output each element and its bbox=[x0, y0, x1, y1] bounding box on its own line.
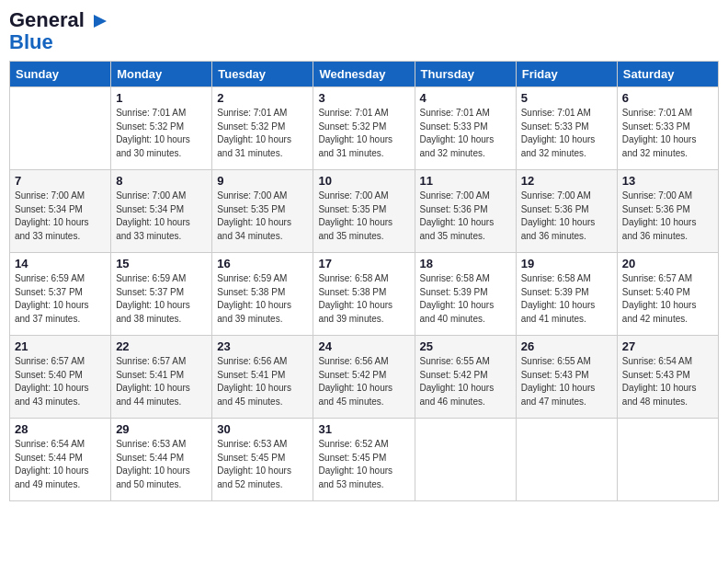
header-thursday: Thursday bbox=[415, 62, 516, 87]
day-number: 13 bbox=[622, 174, 713, 188]
calendar-cell: 11Sunrise: 7:00 AM Sunset: 5:36 PM Dayli… bbox=[415, 170, 516, 253]
day-number: 30 bbox=[217, 422, 308, 436]
day-number: 28 bbox=[15, 422, 106, 436]
day-number: 24 bbox=[318, 339, 409, 353]
logo-arrow-icon bbox=[92, 13, 108, 29]
calendar-cell: 19Sunrise: 6:58 AM Sunset: 5:39 PM Dayli… bbox=[516, 253, 617, 336]
day-info: Sunrise: 6:57 AM Sunset: 5:40 PM Dayligh… bbox=[15, 355, 106, 408]
calendar-cell: 4Sunrise: 7:01 AM Sunset: 5:33 PM Daylig… bbox=[415, 87, 516, 170]
calendar-cell: 21Sunrise: 6:57 AM Sunset: 5:40 PM Dayli… bbox=[10, 336, 111, 419]
day-info: Sunrise: 7:00 AM Sunset: 5:35 PM Dayligh… bbox=[318, 190, 409, 243]
calendar-cell: 7Sunrise: 7:00 AM Sunset: 5:34 PM Daylig… bbox=[10, 170, 111, 253]
calendar-cell: 1Sunrise: 7:01 AM Sunset: 5:32 PM Daylig… bbox=[111, 87, 212, 170]
day-info: Sunrise: 7:00 AM Sunset: 5:34 PM Dayligh… bbox=[116, 190, 207, 243]
logo: General Blue bbox=[9, 9, 108, 53]
day-number: 9 bbox=[217, 174, 308, 188]
calendar-cell: 15Sunrise: 6:59 AM Sunset: 5:37 PM Dayli… bbox=[111, 253, 212, 336]
day-info: Sunrise: 6:58 AM Sunset: 5:39 PM Dayligh… bbox=[521, 272, 612, 326]
day-number: 26 bbox=[521, 339, 612, 353]
day-number: 25 bbox=[420, 339, 511, 353]
day-number: 27 bbox=[622, 339, 713, 353]
calendar-cell bbox=[10, 87, 111, 170]
page-header: General Blue bbox=[9, 9, 719, 53]
day-info: Sunrise: 6:58 AM Sunset: 5:39 PM Dayligh… bbox=[420, 272, 511, 326]
calendar-cell: 16Sunrise: 6:59 AM Sunset: 5:38 PM Dayli… bbox=[212, 253, 313, 336]
calendar-table: SundayMondayTuesdayWednesdayThursdayFrid… bbox=[9, 61, 719, 501]
calendar-cell: 5Sunrise: 7:01 AM Sunset: 5:33 PM Daylig… bbox=[516, 87, 617, 170]
calendar-cell: 31Sunrise: 6:52 AM Sunset: 5:45 PM Dayli… bbox=[313, 419, 415, 501]
calendar-cell: 24Sunrise: 6:56 AM Sunset: 5:42 PM Dayli… bbox=[313, 336, 415, 419]
day-info: Sunrise: 6:57 AM Sunset: 5:41 PM Dayligh… bbox=[116, 355, 207, 408]
day-number: 29 bbox=[116, 422, 207, 436]
header-sunday: Sunday bbox=[10, 62, 111, 87]
calendar-header-row: SundayMondayTuesdayWednesdayThursdayFrid… bbox=[10, 62, 719, 87]
calendar-cell: 30Sunrise: 6:53 AM Sunset: 5:45 PM Dayli… bbox=[212, 419, 313, 501]
calendar-cell: 23Sunrise: 6:56 AM Sunset: 5:41 PM Dayli… bbox=[212, 336, 313, 419]
day-info: Sunrise: 6:53 AM Sunset: 5:45 PM Dayligh… bbox=[217, 438, 308, 491]
day-info: Sunrise: 6:52 AM Sunset: 5:45 PM Dayligh… bbox=[318, 438, 409, 491]
calendar-cell: 3Sunrise: 7:01 AM Sunset: 5:32 PM Daylig… bbox=[313, 87, 415, 170]
day-info: Sunrise: 7:00 AM Sunset: 5:36 PM Dayligh… bbox=[622, 190, 713, 243]
day-number: 22 bbox=[116, 339, 207, 353]
day-info: Sunrise: 7:01 AM Sunset: 5:32 PM Dayligh… bbox=[318, 107, 409, 160]
day-info: Sunrise: 6:54 AM Sunset: 5:43 PM Dayligh… bbox=[622, 355, 713, 408]
calendar-cell bbox=[617, 419, 718, 501]
day-info: Sunrise: 7:01 AM Sunset: 5:33 PM Dayligh… bbox=[420, 107, 511, 160]
calendar-cell: 8Sunrise: 7:00 AM Sunset: 5:34 PM Daylig… bbox=[111, 170, 212, 253]
calendar-cell: 29Sunrise: 6:53 AM Sunset: 5:44 PM Dayli… bbox=[111, 419, 212, 501]
day-number: 7 bbox=[15, 174, 106, 188]
day-info: Sunrise: 6:55 AM Sunset: 5:43 PM Dayligh… bbox=[521, 355, 612, 408]
calendar-cell: 9Sunrise: 7:00 AM Sunset: 5:35 PM Daylig… bbox=[212, 170, 313, 253]
calendar-week-row: 21Sunrise: 6:57 AM Sunset: 5:40 PM Dayli… bbox=[10, 336, 719, 419]
day-number: 31 bbox=[318, 422, 409, 436]
day-info: Sunrise: 7:00 AM Sunset: 5:36 PM Dayligh… bbox=[420, 190, 511, 243]
day-number: 5 bbox=[521, 91, 612, 105]
day-info: Sunrise: 7:01 AM Sunset: 5:32 PM Dayligh… bbox=[217, 107, 308, 160]
header-tuesday: Tuesday bbox=[212, 62, 313, 87]
calendar-cell: 6Sunrise: 7:01 AM Sunset: 5:33 PM Daylig… bbox=[617, 87, 718, 170]
day-info: Sunrise: 7:00 AM Sunset: 5:36 PM Dayligh… bbox=[521, 190, 612, 243]
day-number: 14 bbox=[15, 257, 106, 270]
day-info: Sunrise: 6:59 AM Sunset: 5:38 PM Dayligh… bbox=[217, 272, 308, 326]
header-wednesday: Wednesday bbox=[313, 62, 415, 87]
day-info: Sunrise: 7:01 AM Sunset: 5:32 PM Dayligh… bbox=[116, 107, 207, 160]
calendar-cell: 18Sunrise: 6:58 AM Sunset: 5:39 PM Dayli… bbox=[415, 253, 516, 336]
header-saturday: Saturday bbox=[617, 62, 718, 87]
logo-blue: Blue bbox=[9, 30, 53, 53]
calendar-cell: 12Sunrise: 7:00 AM Sunset: 5:36 PM Dayli… bbox=[516, 170, 617, 253]
calendar-week-row: 7Sunrise: 7:00 AM Sunset: 5:34 PM Daylig… bbox=[10, 170, 719, 253]
day-number: 17 bbox=[318, 257, 409, 270]
day-number: 4 bbox=[420, 91, 511, 105]
calendar-cell: 26Sunrise: 6:55 AM Sunset: 5:43 PM Dayli… bbox=[516, 336, 617, 419]
day-number: 2 bbox=[217, 91, 308, 105]
header-monday: Monday bbox=[111, 62, 212, 87]
calendar-cell: 27Sunrise: 6:54 AM Sunset: 5:43 PM Dayli… bbox=[617, 336, 718, 419]
calendar-cell bbox=[516, 419, 617, 501]
calendar-cell: 14Sunrise: 6:59 AM Sunset: 5:37 PM Dayli… bbox=[10, 253, 111, 336]
day-number: 11 bbox=[420, 174, 511, 188]
header-friday: Friday bbox=[516, 62, 617, 87]
day-info: Sunrise: 6:57 AM Sunset: 5:40 PM Dayligh… bbox=[622, 272, 713, 326]
day-number: 3 bbox=[318, 91, 409, 105]
day-info: Sunrise: 6:59 AM Sunset: 5:37 PM Dayligh… bbox=[116, 272, 207, 326]
day-number: 20 bbox=[622, 257, 713, 270]
day-info: Sunrise: 7:01 AM Sunset: 5:33 PM Dayligh… bbox=[521, 107, 612, 160]
day-info: Sunrise: 7:00 AM Sunset: 5:35 PM Dayligh… bbox=[217, 190, 308, 243]
day-info: Sunrise: 7:00 AM Sunset: 5:34 PM Dayligh… bbox=[15, 190, 106, 243]
day-number: 19 bbox=[521, 257, 612, 270]
day-number: 18 bbox=[420, 257, 511, 270]
calendar-cell: 2Sunrise: 7:01 AM Sunset: 5:32 PM Daylig… bbox=[212, 87, 313, 170]
logo-general: General bbox=[9, 9, 108, 31]
svg-marker-0 bbox=[94, 15, 107, 28]
calendar-cell: 22Sunrise: 6:57 AM Sunset: 5:41 PM Dayli… bbox=[111, 336, 212, 419]
day-info: Sunrise: 6:58 AM Sunset: 5:38 PM Dayligh… bbox=[318, 272, 409, 326]
calendar-cell: 25Sunrise: 6:55 AM Sunset: 5:42 PM Dayli… bbox=[415, 336, 516, 419]
calendar-cell: 20Sunrise: 6:57 AM Sunset: 5:40 PM Dayli… bbox=[617, 253, 718, 336]
day-number: 16 bbox=[217, 257, 308, 270]
day-number: 23 bbox=[217, 339, 308, 353]
calendar-cell: 13Sunrise: 7:00 AM Sunset: 5:36 PM Dayli… bbox=[617, 170, 718, 253]
day-info: Sunrise: 6:56 AM Sunset: 5:41 PM Dayligh… bbox=[217, 355, 308, 408]
calendar-cell: 28Sunrise: 6:54 AM Sunset: 5:44 PM Dayli… bbox=[10, 419, 111, 501]
day-number: 10 bbox=[318, 174, 409, 188]
day-number: 6 bbox=[622, 91, 713, 105]
